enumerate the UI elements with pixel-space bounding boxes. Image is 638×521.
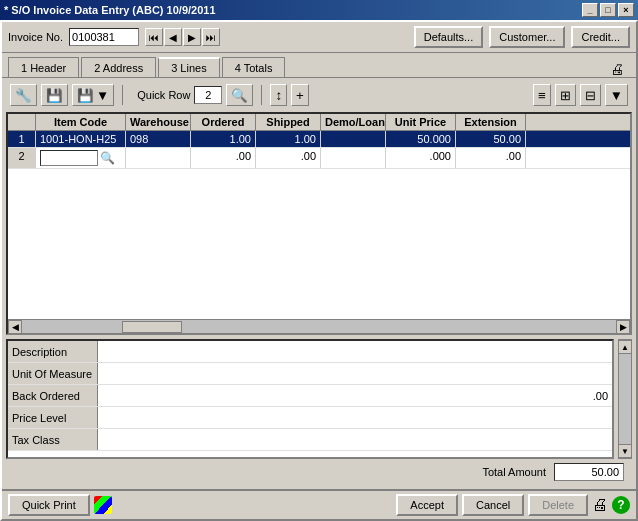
col-header-rownum — [8, 114, 36, 130]
cell-unitprice-2: .000 — [386, 148, 456, 168]
bottom-toolbar: Quick Print Accept Cancel Delete 🖨 ? — [2, 489, 636, 519]
tab-address[interactable]: 2 Address — [81, 57, 156, 77]
nav-group: ⏮ ◀ ▶ ⏭ — [145, 28, 220, 46]
quick-row-search-button[interactable]: 🔍 — [226, 84, 253, 106]
tools-button[interactable]: 🔧 — [10, 84, 37, 106]
table-row[interactable]: 1 1001-HON-H25 098 1.00 1.00 50.000 50.0… — [8, 131, 630, 148]
data-grid: Item Code Warehouse Ordered Shipped Demo… — [6, 112, 632, 335]
uom-label: Unit Of Measure — [8, 363, 98, 384]
cell-ordered-1: 1.00 — [191, 131, 256, 147]
view-btn4[interactable]: ▼ — [605, 84, 628, 106]
detail-row-description: Description — [8, 341, 612, 363]
cell-extension-1: 50.00 — [456, 131, 526, 147]
delete-row-icon: + — [296, 88, 304, 103]
windows-logo-icon — [94, 496, 112, 514]
cell-shipped-2: .00 — [256, 148, 321, 168]
vscroll-track — [619, 354, 631, 444]
invoice-input[interactable] — [69, 28, 139, 46]
cell-rownum-1: 1 — [8, 131, 36, 147]
cell-shipped-1: 1.00 — [256, 131, 321, 147]
quick-row-input[interactable] — [194, 86, 222, 104]
title-bar: * S/O Invoice Data Entry (ABC) 10/9/2011… — [0, 0, 638, 20]
cell-search-icon[interactable]: 🔍 — [100, 151, 115, 165]
detail-row-pricelevel: Price Level — [8, 407, 612, 429]
grid-body: 1 1001-HON-H25 098 1.00 1.00 50.000 50.0… — [8, 131, 630, 319]
row-action-btn1[interactable]: ↕ — [270, 84, 287, 106]
delete-button[interactable]: Delete — [528, 494, 588, 516]
close-button[interactable]: × — [618, 3, 634, 17]
col-header-ordered: Ordered — [191, 114, 256, 130]
minimize-button[interactable]: _ — [582, 3, 598, 17]
insert-icon: ↕ — [275, 88, 282, 103]
cell-itemcode-2[interactable]: 🔍 — [36, 148, 126, 168]
cell-rownum-2: 2 — [8, 148, 36, 168]
vscroll-up-button[interactable]: ▲ — [618, 340, 632, 354]
dropdown-icon: ▼ — [96, 88, 109, 103]
toolbar-separator — [122, 85, 123, 105]
horizontal-scrollbar[interactable]: ◀ ▶ — [8, 319, 630, 333]
scroll-thumb[interactable] — [122, 321, 182, 333]
main-window: Invoice No. ⏮ ◀ ▶ ⏭ Defaults... Customer… — [0, 20, 638, 521]
cell-demoloan-2 — [321, 148, 386, 168]
col-header-unitprice: Unit Price — [386, 114, 456, 130]
accept-button[interactable]: Accept — [396, 494, 458, 516]
save2-icon: 💾 — [77, 88, 94, 103]
detail-vertical-scrollbar[interactable]: ▲ ▼ — [618, 339, 632, 459]
scroll-track — [22, 320, 616, 334]
detail-row-taxclass: Tax Class — [8, 429, 612, 451]
tools-icon: 🔧 — [15, 88, 32, 103]
tab-header[interactable]: 1 Header — [8, 57, 79, 77]
view-btn1[interactable]: ≡ — [533, 84, 551, 106]
view-btn2[interactable]: ⊞ — [555, 84, 576, 106]
defaults-button[interactable]: Defaults... — [414, 26, 484, 48]
backordered-value: .00 — [98, 385, 612, 406]
col-header-extension: Extension — [456, 114, 526, 130]
dropdown-arrow: ▼ — [610, 88, 623, 103]
taxclass-label: Tax Class — [8, 429, 98, 450]
title-bar-text: * S/O Invoice Data Entry (ABC) 10/9/2011 — [4, 4, 216, 16]
secondary-toolbar: 🔧 💾 💾 ▼ Quick Row 🔍 ↕ + ≡ — [6, 82, 632, 108]
nav-last-button[interactable]: ⏭ — [202, 28, 220, 46]
invoice-label: Invoice No. — [8, 31, 63, 43]
tab-lines[interactable]: 3 Lines — [158, 57, 219, 77]
pricelevel-value — [98, 407, 612, 428]
scroll-right-button[interactable]: ▶ — [616, 320, 630, 334]
title-bar-controls: _ □ × — [582, 3, 634, 17]
top-toolbar: Invoice No. ⏮ ◀ ▶ ⏭ Defaults... Customer… — [2, 22, 636, 53]
quick-print-button[interactable]: Quick Print — [8, 494, 90, 516]
nav-next-button[interactable]: ▶ — [183, 28, 201, 46]
detail-fields: Description Unit Of Measure Back Ordered… — [6, 339, 614, 459]
maximize-button[interactable]: □ — [600, 3, 616, 17]
help-icon[interactable]: ? — [612, 496, 630, 514]
credit-button[interactable]: Credit... — [571, 26, 630, 48]
printer-icon: 🖨 — [610, 61, 624, 77]
row-action-btn2[interactable]: + — [291, 84, 309, 106]
tab-totals[interactable]: 4 Totals — [222, 57, 286, 77]
nav-prev-button[interactable]: ◀ — [164, 28, 182, 46]
footer-amount: Total Amount — [6, 459, 632, 485]
cell-warehouse-2 — [126, 148, 191, 168]
content-area: 🔧 💾 💾 ▼ Quick Row 🔍 ↕ + ≡ — [2, 77, 636, 489]
col-header-itemcode: Item Code — [36, 114, 126, 130]
save2-button[interactable]: 💾 ▼ — [72, 84, 114, 106]
scroll-left-button[interactable]: ◀ — [8, 320, 22, 334]
itemcode-input[interactable] — [40, 150, 98, 166]
save-icon: 💾 — [46, 88, 63, 103]
col-header-demoloan: Demo/Loan — [321, 114, 386, 130]
cell-warehouse-1: 098 — [126, 131, 191, 147]
grid-header: Item Code Warehouse Ordered Shipped Demo… — [8, 114, 630, 131]
description-label: Description — [8, 341, 98, 362]
col-header-shipped: Shipped — [256, 114, 321, 130]
detail-panel: Description Unit Of Measure Back Ordered… — [6, 339, 632, 459]
quick-row-label: Quick Row — [137, 89, 190, 101]
save-button[interactable]: 💾 — [41, 84, 68, 106]
cell-demoloan-1 — [321, 131, 386, 147]
col-header-warehouse: Warehouse — [126, 114, 191, 130]
cancel-button[interactable]: Cancel — [462, 494, 524, 516]
vscroll-down-button[interactable]: ▼ — [618, 444, 632, 458]
view-btn3[interactable]: ⊟ — [580, 84, 601, 106]
customer-button[interactable]: Customer... — [489, 26, 565, 48]
nav-first-button[interactable]: ⏮ — [145, 28, 163, 46]
print-icon[interactable]: 🖨 — [592, 496, 608, 514]
table-row[interactable]: 2 🔍 .00 .00 .000 .00 — [8, 148, 630, 169]
